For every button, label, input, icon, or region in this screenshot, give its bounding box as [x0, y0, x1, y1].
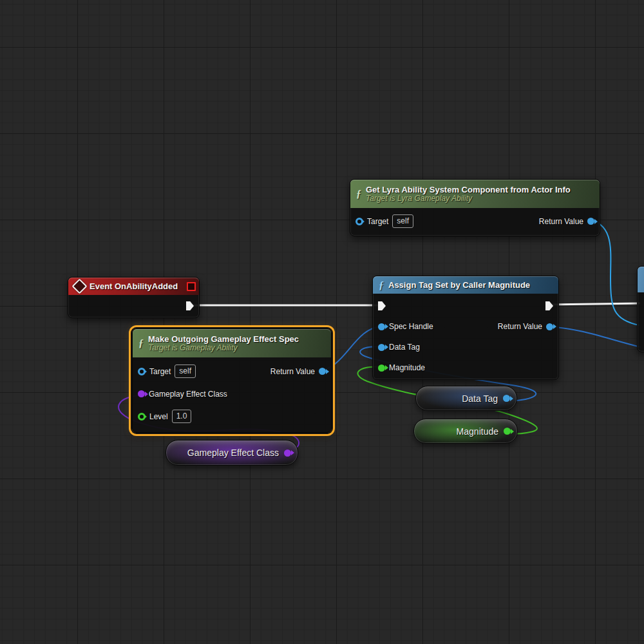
node-title: Assign Tag Set by Caller Magnitude [388, 280, 530, 290]
return-value-pin[interactable] [319, 368, 326, 375]
target-pin-label: Target [367, 217, 388, 226]
data-tag-pin[interactable] [378, 344, 385, 351]
return-value-pin[interactable] [546, 323, 553, 330]
override-indicator-icon [187, 282, 196, 291]
spec-handle-label: Spec Handle [389, 322, 433, 331]
exec-out-pin[interactable] [186, 301, 194, 310]
data-tag-output-pin[interactable] [503, 395, 510, 402]
gameplay-effect-class-pin[interactable] [138, 390, 145, 397]
return-value-label: Return Value [539, 217, 583, 226]
node-title: Event OnAbilityAdded [90, 281, 178, 291]
target-self-field[interactable]: self [175, 365, 196, 378]
blueprint-graph-canvas[interactable]: ƒ Get Lyra Ability System Component from… [0, 0, 644, 644]
node-get-lyra-ability-system-component[interactable]: ƒ Get Lyra Ability System Component from… [350, 179, 600, 236]
spec-handle-pin[interactable] [378, 323, 385, 330]
variable-pill-data-tag[interactable]: Data Tag [415, 386, 517, 411]
node-header[interactable]: ƒ Get Lyra Ability System Component from… [350, 180, 600, 208]
pill-label: Magnitude [457, 426, 498, 437]
node-title: Make Outgoing Gameplay Effect Spec [148, 334, 299, 344]
exec-out-pin[interactable] [545, 301, 553, 310]
gameplay-effect-class-label: Gameplay Effect Class [149, 390, 227, 399]
data-tag-label: Data Tag [389, 343, 420, 352]
event-icon [71, 278, 87, 294]
return-value-pin[interactable] [587, 218, 594, 225]
target-object-pin[interactable] [355, 218, 363, 225]
wire-exec-assign-to-next[interactable] [549, 303, 640, 305]
node-subtitle: Target is Gameplay Ability [148, 343, 299, 352]
return-value-label: Return Value [498, 322, 542, 331]
gameplay-effect-class-output-pin[interactable] [284, 450, 291, 457]
pill-label: Data Tag [462, 393, 498, 404]
pill-label: Gameplay Effect Class [187, 448, 279, 458]
level-pin[interactable] [138, 413, 146, 421]
magnitude-label: Magnitude [389, 363, 425, 372]
node-header[interactable]: Event OnAbilityAdded [68, 278, 199, 295]
node-header[interactable] [638, 267, 644, 292]
wire-assign-returnvalue[interactable] [547, 327, 641, 347]
magnitude-output-pin[interactable] [504, 428, 511, 435]
target-object-pin[interactable] [138, 368, 146, 375]
variable-pill-magnitude[interactable]: Magnitude [413, 419, 518, 444]
variable-pill-gameplay-effect-class[interactable]: Gameplay Effect Class [166, 440, 298, 466]
return-value-label: Return Value [270, 367, 315, 376]
node-header[interactable]: ƒ Make Outgoing Gameplay Effect Spec Tar… [133, 329, 331, 357]
level-value-field[interactable]: 1.0 [172, 410, 192, 423]
function-icon: ƒ [356, 189, 361, 199]
node-header[interactable]: ƒ Assign Tag Set by Caller Magnitude [373, 276, 558, 294]
target-self-field[interactable]: self [392, 214, 413, 228]
node-event-on-ability-added[interactable]: Event OnAbilityAdded [68, 277, 200, 318]
function-icon: ƒ [379, 280, 384, 290]
magnitude-pin[interactable] [378, 365, 385, 372]
function-icon: ƒ [138, 338, 144, 348]
node-make-outgoing-gameplay-effect-spec[interactable]: ƒ Make Outgoing Gameplay Effect Spec Tar… [132, 328, 332, 433]
target-pin-label: Target [149, 367, 171, 376]
node-partial-right-edge[interactable] [637, 266, 644, 352]
node-title: Get Lyra Ability System Component from A… [366, 185, 571, 194]
node-subtitle: Target is Lyra Gameplay Ability [366, 194, 571, 203]
level-pin-label: Level [149, 412, 168, 421]
node-assign-tag-set-by-caller-magnitude[interactable]: ƒ Assign Tag Set by Caller Magnitude Spe… [372, 276, 559, 380]
exec-in-pin[interactable] [378, 301, 386, 310]
